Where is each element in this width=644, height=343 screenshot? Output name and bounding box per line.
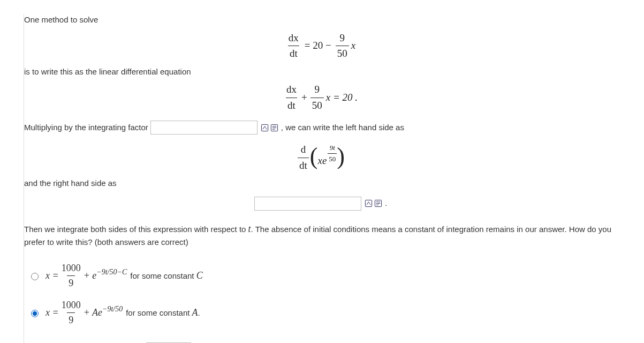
option-1-row: x = 1000 9 + e −9t/50−C for some constan…	[28, 261, 617, 290]
eq2-plus: +	[301, 90, 307, 106]
equation-2: dx dt + 9 50 x = 20 .	[24, 82, 617, 113]
preview-icon[interactable]	[261, 123, 269, 132]
opt1-x: x =	[46, 269, 59, 283]
help-icon[interactable]	[374, 199, 383, 208]
opt2-exp: −9t/50	[102, 303, 123, 315]
intro-text: One method to solve	[24, 14, 617, 26]
help-icons-2	[365, 199, 383, 208]
p3b-text: , we can write the left hand side as	[281, 122, 404, 134]
lparen: (	[310, 147, 318, 166]
opt2-frac: 1000 9	[60, 298, 82, 327]
opt2-mid: + Ae	[84, 305, 102, 320]
p4-text: and the right hand side as	[24, 177, 617, 190]
equation-1: dx dt = 20 − 9 50 x	[24, 31, 617, 62]
p3a-text: Multiplying by the integrating factor	[24, 122, 148, 134]
eq2-rest: x = 20 .	[326, 90, 358, 106]
svg-rect-0	[262, 124, 268, 131]
preview-icon[interactable]	[365, 199, 373, 208]
opt1-mid: + e	[84, 269, 97, 283]
p2-text: is to write this as the linear different…	[24, 66, 617, 78]
opt1-suffix: for some constant C	[130, 269, 202, 283]
help-icon[interactable]	[270, 123, 279, 132]
eq3-xe: xe	[317, 153, 327, 169]
fraction-dxdt: dx dt	[287, 31, 300, 62]
rparen: )	[337, 147, 345, 166]
opt2-suffix: for some constant A.	[126, 305, 200, 320]
eq3-exp-den: 50	[328, 153, 337, 165]
eq3-ddt: d dt	[298, 142, 309, 173]
opt1-exp: −9t/50−C	[96, 266, 127, 278]
rhs-input[interactable]	[254, 197, 361, 211]
equation-3: d dt ( xe 9t 50 )	[24, 142, 617, 173]
eq3-exp-num: 9t	[330, 143, 335, 153]
option-1-radio[interactable]	[31, 273, 39, 280]
opt1-frac: 1000 9	[60, 261, 82, 290]
option-2-row: x = 1000 9 + Ae −9t/50 for some constant…	[28, 298, 617, 327]
fraction-9-50: 9 50	[336, 31, 349, 62]
option-2-radio[interactable]	[31, 310, 39, 317]
period-2: .	[385, 197, 387, 210]
p3-line: Multiplying by the integrating factor , …	[24, 121, 404, 135]
svg-rect-2	[366, 200, 372, 206]
integrating-factor-input[interactable]	[150, 121, 257, 135]
p5-text: Then we integrate both sides of this exp…	[24, 222, 617, 249]
opt2-x: x =	[46, 305, 59, 320]
eq2-9-50: 9 50	[310, 82, 324, 113]
eq1-x: x	[351, 38, 355, 54]
eq1-equals: = 20 −	[305, 38, 331, 54]
eq2-dxdt: dx dt	[285, 82, 298, 113]
help-icons-1	[261, 123, 279, 132]
